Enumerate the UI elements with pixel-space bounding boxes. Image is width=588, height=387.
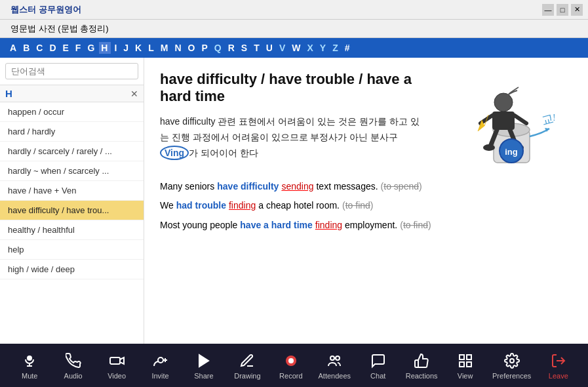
main-content: ing 교 ! have difficulty / have trouble /… xyxy=(144,58,588,344)
share-button[interactable]: Share xyxy=(187,352,220,380)
invite-icon xyxy=(151,352,170,370)
audio-label: Audio xyxy=(64,372,83,380)
search-box xyxy=(0,58,144,85)
mute-button[interactable]: Mute xyxy=(13,352,46,380)
window-controls[interactable]: — □ ✕ xyxy=(542,4,583,16)
chat-icon xyxy=(369,352,387,370)
record-button[interactable]: Record xyxy=(275,352,307,380)
chat-label: Chat xyxy=(370,372,385,380)
alpha-M[interactable]: M xyxy=(159,42,172,54)
alpha-W[interactable]: W xyxy=(290,42,304,54)
reactions-button[interactable]: Reactions xyxy=(405,352,438,380)
svg-text:ing: ing xyxy=(505,147,518,157)
alpha-T[interactable]: T xyxy=(252,42,263,54)
preferences-button[interactable]: Preferences xyxy=(492,352,531,380)
share-icon xyxy=(195,352,213,370)
alpha-hash[interactable]: # xyxy=(343,42,353,54)
svg-text:!: ! xyxy=(553,113,556,123)
example-1-rest: text messages. xyxy=(316,177,378,196)
alpha-Y[interactable]: Y xyxy=(318,42,329,54)
drawing-button[interactable]: Drawing xyxy=(231,352,264,380)
alpha-K[interactable]: K xyxy=(133,42,145,54)
attendees-icon xyxy=(325,352,343,370)
leave-button[interactable]: Leave xyxy=(542,352,575,380)
content-row: H ✕ happen / occur hard / hardly hardly … xyxy=(0,58,588,344)
alpha-U[interactable]: U xyxy=(264,42,276,54)
maximize-button[interactable]: □ xyxy=(557,4,568,16)
list-item[interactable]: happen / occur xyxy=(0,102,144,122)
minimize-button[interactable]: — xyxy=(542,4,554,16)
alpha-O[interactable]: O xyxy=(186,42,199,54)
alpha-Q[interactable]: Q xyxy=(212,42,225,54)
app-title: 웹스터 공무원영어 xyxy=(10,4,81,16)
example-1: Many seniors have difficulty sending tex… xyxy=(160,177,572,196)
list-item[interactable]: hardly / scarcely / rarely / ... xyxy=(0,142,144,161)
close-button[interactable]: ✕ xyxy=(571,4,583,16)
leave-label: Leave xyxy=(549,372,568,380)
list-item-active[interactable]: have difficulty / have trou... xyxy=(0,201,144,220)
svg-point-8 xyxy=(483,144,495,151)
illustration: ing 교 ! xyxy=(441,71,572,169)
alpha-P[interactable]: P xyxy=(199,42,210,54)
example-1-phrase: have difficulty xyxy=(217,177,279,196)
example-2-verb: finding xyxy=(229,196,256,215)
list-item[interactable]: have / have + Ven xyxy=(0,181,144,201)
svg-marker-23 xyxy=(199,355,208,367)
alpha-F[interactable]: F xyxy=(73,42,85,54)
example-2-rest: a cheap hotel room. xyxy=(258,196,340,215)
svg-rect-28 xyxy=(460,355,464,359)
attendees-button[interactable]: Attendees xyxy=(318,352,351,380)
sidebar-close-button[interactable]: ✕ xyxy=(130,89,138,99)
video-icon xyxy=(108,352,126,370)
list-item[interactable]: help xyxy=(0,240,144,260)
alpha-J[interactable]: J xyxy=(121,42,132,54)
sidebar-list: happen / occur hard / hardly hardly / sc… xyxy=(0,102,144,344)
example-3-verb: finding xyxy=(315,216,342,235)
svg-rect-31 xyxy=(467,362,471,367)
alpha-G[interactable]: G xyxy=(85,42,98,54)
alpha-D[interactable]: D xyxy=(47,42,59,54)
alpha-I[interactable]: I xyxy=(112,42,120,54)
list-item[interactable]: hard / hardly xyxy=(0,122,144,142)
menu-bar: 영문법 사전 (문법 총정리) xyxy=(0,20,588,38)
reactions-label: Reactions xyxy=(406,372,438,380)
list-item[interactable]: healthy / healthful xyxy=(0,220,144,240)
alpha-R[interactable]: R xyxy=(226,42,238,54)
invite-button[interactable]: Invite xyxy=(144,352,177,380)
alpha-V[interactable]: V xyxy=(277,42,288,54)
alpha-H[interactable]: H xyxy=(99,42,111,54)
alpha-N[interactable]: N xyxy=(172,42,184,54)
svg-rect-30 xyxy=(460,362,464,367)
leave-icon xyxy=(549,352,568,370)
view-button[interactable]: View xyxy=(449,352,482,380)
chat-button[interactable]: Chat xyxy=(362,352,395,380)
alpha-S[interactable]: S xyxy=(239,42,250,54)
svg-line-5 xyxy=(515,115,526,123)
audio-button[interactable]: Audio xyxy=(57,352,90,380)
example-2-paren: (to find) xyxy=(342,196,373,215)
alpha-E[interactable]: E xyxy=(61,42,72,54)
invite-label: Invite xyxy=(151,372,168,380)
alpha-A[interactable]: A xyxy=(8,42,20,54)
alpha-X[interactable]: X xyxy=(305,42,316,54)
mute-icon xyxy=(20,352,39,370)
examples: Many seniors have difficulty sending tex… xyxy=(160,177,572,235)
alpha-C[interactable]: C xyxy=(34,42,46,54)
share-label: Share xyxy=(194,372,213,380)
alpha-L[interactable]: L xyxy=(146,42,157,54)
svg-rect-3 xyxy=(492,112,515,130)
list-item[interactable]: high / wide / deep xyxy=(0,260,144,279)
svg-point-27 xyxy=(336,356,340,360)
example-3-prefix: Most young people xyxy=(160,216,237,235)
svg-rect-19 xyxy=(110,357,120,364)
list-item[interactable]: hardly ~ when / scarcely ... xyxy=(0,161,144,181)
sidebar: H ✕ happen / occur hard / hardly hardly … xyxy=(0,58,144,344)
alphabet-nav: A B C D E F G H I J K L M N O P Q R S T … xyxy=(0,38,588,58)
alpha-Z[interactable]: Z xyxy=(330,42,342,54)
alpha-B[interactable]: B xyxy=(21,42,33,54)
bottom-toolbar: Mute Audio Video Invite Share Drawing xyxy=(0,344,588,387)
example-1-paren: (to spend) xyxy=(381,177,422,196)
example-3-phrase: have a hard time xyxy=(240,216,313,235)
video-button[interactable]: Video xyxy=(100,352,133,380)
search-input[interactable] xyxy=(5,63,138,79)
